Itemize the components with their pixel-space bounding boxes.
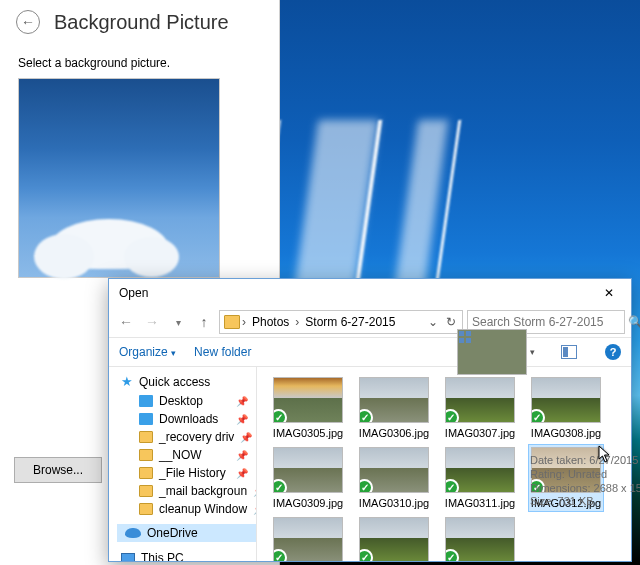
sidebar-item-cleanup-window[interactable]: cleanup Window📌: [117, 500, 256, 518]
folder-icon: [139, 503, 153, 515]
back-icon[interactable]: ←: [16, 10, 40, 34]
file-name: IMAG0310.jpg: [359, 497, 429, 509]
preview-pane-button[interactable]: [561, 345, 577, 359]
nav-quick-access[interactable]: ★ Quick access: [117, 371, 256, 392]
panel-instruction: Select a background picture.: [0, 40, 279, 78]
synced-check-icon: ✓: [359, 479, 373, 493]
pin-icon: 📌: [236, 468, 248, 479]
file-item[interactable]: ✓IMAG0312.jpg: [529, 445, 603, 511]
file-name: IMAG0306.jpg: [359, 427, 429, 439]
refresh-icon[interactable]: ↻: [444, 315, 458, 329]
panel-title: Background Picture: [54, 11, 229, 34]
file-thumbnail: ✓: [531, 377, 601, 423]
nav-this-pc[interactable]: This PC: [117, 548, 256, 561]
navigation-pane: ★ Quick access Desktop📌Downloads📌_recove…: [109, 367, 257, 561]
onedrive-icon: [125, 528, 141, 538]
file-item[interactable]: ✓IMAG0310.jpg: [357, 445, 431, 511]
synced-check-icon: ✓: [445, 479, 459, 493]
file-item[interactable]: ✓IMAG0315.jpg: [443, 515, 517, 561]
sidebar-item-downloads[interactable]: Downloads📌: [117, 410, 256, 428]
synced-check-icon: ✓: [531, 479, 545, 493]
file-thumbnail: ✓: [273, 377, 343, 423]
sidebar-item-desktop[interactable]: Desktop📌: [117, 392, 256, 410]
nav-up-icon[interactable]: ↑: [193, 311, 215, 333]
file-item[interactable]: ✓IMAG0306.jpg: [357, 375, 431, 441]
nav-forward-icon[interactable]: →: [141, 311, 163, 333]
folder-icon: [139, 449, 153, 461]
background-preview[interactable]: [18, 78, 220, 278]
file-thumbnail: ✓: [359, 447, 429, 493]
command-bar: Organize ▾ New folder ▾ ?: [109, 337, 631, 367]
pin-icon: 📌: [236, 396, 248, 407]
synced-check-icon: ✓: [445, 409, 459, 423]
help-icon[interactable]: ?: [605, 344, 621, 360]
browse-button[interactable]: Browse...: [14, 457, 102, 483]
file-name: IMAG0309.jpg: [273, 497, 343, 509]
pc-icon: [121, 553, 135, 561]
file-thumbnail: ✓: [273, 447, 343, 493]
titlebar[interactable]: Open ✕: [109, 279, 631, 307]
breadcrumb-drop-icon[interactable]: ⌄: [428, 315, 438, 329]
address-bar: ← → ▾ ↑ › Photos › Storm 6-27-2015 ⌄ ↻ 🔍: [109, 307, 631, 337]
nav-back-icon[interactable]: ←: [115, 311, 137, 333]
file-thumbnail: ✓: [273, 517, 343, 561]
pin-icon: 📌: [236, 450, 248, 461]
synced-check-icon: ✓: [531, 409, 545, 423]
file-item[interactable]: ✓IMAG0305.jpg: [271, 375, 345, 441]
synced-check-icon: ✓: [273, 409, 287, 423]
search-icon[interactable]: 🔍: [628, 315, 640, 329]
view-thumbnails-button[interactable]: ▾: [457, 329, 535, 375]
sidebar-item--file-history[interactable]: _File History📌: [117, 464, 256, 482]
file-name: IMAG0312.jpg: [531, 497, 601, 509]
dialog-title: Open: [119, 286, 148, 300]
synced-check-icon: ✓: [359, 409, 373, 423]
file-thumbnail: ✓: [359, 517, 429, 561]
folder-icon: [139, 431, 153, 443]
pin-icon: 📌: [253, 486, 256, 497]
organize-button[interactable]: Organize ▾: [119, 345, 176, 359]
pin-icon: 📌: [253, 504, 256, 515]
nav-recent-icon[interactable]: ▾: [167, 311, 189, 333]
sidebar-item--recovery-driv[interactable]: _recovery driv📌: [117, 428, 256, 446]
chevron-down-icon: ▾: [530, 347, 535, 357]
file-item[interactable]: ✓IMAG0314.jpg: [357, 515, 431, 561]
file-item[interactable]: ✓IMAG0311.jpg: [443, 445, 517, 511]
file-name: IMAG0305.jpg: [273, 427, 343, 439]
sidebar-item--now[interactable]: __NOW📌: [117, 446, 256, 464]
folder-icon: [139, 485, 153, 497]
close-icon[interactable]: ✕: [593, 282, 625, 304]
pin-icon: 📌: [236, 414, 248, 425]
file-name: IMAG0311.jpg: [445, 497, 515, 509]
breadcrumb-current[interactable]: Storm 6-27-2015: [301, 315, 399, 329]
nav-onedrive[interactable]: OneDrive: [117, 524, 256, 542]
folder-icon: [139, 467, 153, 479]
file-item[interactable]: ✓IMAG0307.jpg: [443, 375, 517, 441]
file-name: IMAG0307.jpg: [445, 427, 515, 439]
file-item[interactable]: ✓IMAG0313.jpg: [271, 515, 345, 561]
file-thumbnail: ✓: [531, 447, 601, 493]
file-thumbnail: ✓: [359, 377, 429, 423]
search-input[interactable]: [472, 315, 622, 329]
open-file-dialog: Open ✕ ← → ▾ ↑ › Photos › Storm 6-27-201…: [108, 278, 632, 562]
file-list[interactable]: ✓IMAG0305.jpg✓IMAG0306.jpg✓IMAG0307.jpg✓…: [257, 367, 631, 561]
file-thumbnail: ✓: [445, 377, 515, 423]
folder-icon: [224, 315, 240, 329]
new-folder-button[interactable]: New folder: [194, 345, 251, 359]
star-icon: ★: [121, 374, 133, 389]
chevron-down-icon: ▾: [171, 348, 176, 358]
file-thumbnail: ✓: [445, 447, 515, 493]
file-thumbnail: ✓: [445, 517, 515, 561]
folder-icon: [139, 413, 153, 425]
breadcrumb-parent[interactable]: Photos: [248, 315, 293, 329]
folder-icon: [139, 395, 153, 407]
file-item[interactable]: ✓IMAG0308.jpg: [529, 375, 603, 441]
synced-check-icon: ✓: [273, 479, 287, 493]
file-item[interactable]: ✓IMAG0309.jpg: [271, 445, 345, 511]
sidebar-item--mail-backgroun[interactable]: _mail backgroun📌: [117, 482, 256, 500]
file-name: IMAG0308.jpg: [531, 427, 601, 439]
breadcrumb[interactable]: › Photos › Storm 6-27-2015 ⌄ ↻: [219, 310, 463, 334]
pin-icon: 📌: [240, 432, 252, 443]
